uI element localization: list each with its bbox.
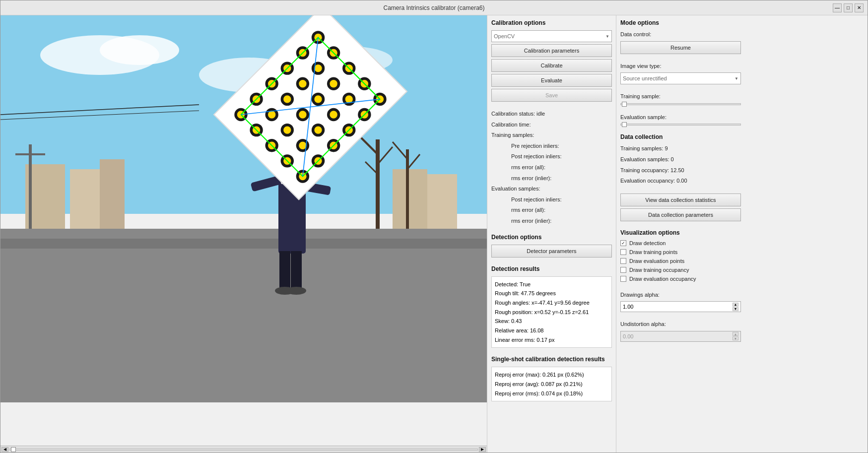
reproj-max: Reproj error (max): 0.261 px (0.62%) xyxy=(495,370,608,380)
post-rejection-inliers: Post rejection inliers: xyxy=(491,152,612,161)
draw-training-occupancy-label: Draw training occupancy xyxy=(629,267,689,273)
rough-position: Rough position: x=0.52 y=-0.15 z=2.61 xyxy=(495,308,608,317)
image-view-type-label: Image view type: xyxy=(620,62,741,71)
reproj-avg: Reproj error (avg): 0.087 px (0.21%) xyxy=(495,380,608,389)
image-panel: ◀ ▶ xyxy=(0,15,487,453)
data-collection-title: Data collection xyxy=(620,133,741,140)
draw-evaluation-occupancy-checkbox[interactable] xyxy=(620,276,626,282)
draw-evaluation-points-row: Draw evaluation points xyxy=(620,258,741,264)
eval-rms-all: rms error (all): xyxy=(491,206,612,215)
training-occupancy: Training occupancy: 12.50 xyxy=(620,166,741,175)
image-view-dropdown[interactable]: Source unrectified ▼ xyxy=(620,72,741,84)
evaluation-sample-slider-container xyxy=(620,124,741,126)
undistortion-alpha-label: Undistortion alpha: xyxy=(620,320,741,329)
close-button[interactable]: ✕ xyxy=(855,3,864,12)
undistortion-alpha-up-arrow[interactable]: ▲ xyxy=(733,332,738,336)
draw-detection-row: ✓ Draw detection xyxy=(620,240,741,246)
svg-rect-10 xyxy=(393,169,427,229)
horizontal-scrollbar[interactable]: ◀ ▶ xyxy=(0,446,487,453)
skew: Skew: 0.43 xyxy=(495,317,608,326)
detected-value: Detected: True xyxy=(495,280,608,289)
svg-point-31 xyxy=(286,287,306,295)
scroll-left-arrow[interactable]: ◀ xyxy=(1,447,8,452)
detection-results-title: Detection results xyxy=(491,265,612,272)
save-button[interactable]: Save xyxy=(491,89,612,102)
pre-rejection-inliers: Pre rejection inliers: xyxy=(491,142,612,151)
far-right-panel: Mode options Data control: Resume Image … xyxy=(616,15,745,453)
middle-panel: Calibration options OpenCV ▼ Calibration… xyxy=(487,15,616,453)
calibration-options-title: Calibration options xyxy=(491,19,612,26)
mode-options-title: Mode options xyxy=(620,19,741,26)
window-controls: — □ ✕ xyxy=(833,3,864,12)
draw-training-occupancy-checkbox[interactable] xyxy=(620,267,626,273)
draw-evaluation-occupancy-row: Draw evaluation occupancy xyxy=(620,276,741,282)
undistortion-alpha-down-arrow[interactable]: ▼ xyxy=(733,336,738,340)
rms-error-all: rms error (all): xyxy=(491,163,612,172)
single-shot-box: Reproj error (max): 0.261 px (0.62%) Rep… xyxy=(491,367,612,401)
training-sample-label: Training sample: xyxy=(620,92,741,101)
draw-detection-checkbox[interactable]: ✓ xyxy=(620,240,626,246)
draw-evaluation-points-label: Draw evaluation points xyxy=(629,258,684,264)
opencv-dropdown[interactable]: OpenCV ▼ xyxy=(491,30,612,42)
draw-training-points-label: Draw training points xyxy=(629,249,677,255)
svg-rect-29 xyxy=(291,251,302,291)
scroll-right-arrow[interactable]: ▶ xyxy=(479,447,486,452)
detection-results-box: Detected: True Rough tilt: 47.75 degrees… xyxy=(491,276,612,348)
minimize-button[interactable]: — xyxy=(833,3,842,12)
data-control-label: Data control: xyxy=(620,30,741,39)
eval-post-rejection: Post rejection inliers: xyxy=(491,195,612,204)
evaluate-button[interactable]: Evaluate xyxy=(491,74,612,87)
linear-error-rms: Linear error rms: 0.17 px xyxy=(495,335,608,345)
view-data-collection-stats-button[interactable]: View data collection statistics xyxy=(620,194,741,206)
draw-training-points-checkbox[interactable] xyxy=(620,249,626,255)
training-sample-slider[interactable] xyxy=(620,103,741,105)
calibration-status: Calibration status: idle xyxy=(491,110,612,119)
svg-rect-11 xyxy=(427,174,457,229)
detection-options-title: Detection options xyxy=(491,234,612,241)
undistortion-alpha-spinbox[interactable]: 0.00 ▲ ▼ xyxy=(620,331,741,342)
evaluation-samples-label: Evaluation samples: xyxy=(491,185,612,194)
undistortion-alpha-arrows: ▲ ▼ xyxy=(733,332,738,340)
image-view-dropdown-arrow: ▼ xyxy=(734,76,738,81)
rms-error-inlier: rms error (inlier): xyxy=(491,174,612,183)
detector-parameters-button[interactable]: Detector parameters xyxy=(491,245,612,258)
draw-evaluation-points-checkbox[interactable] xyxy=(620,258,626,264)
drawings-alpha-label: Drawings alpha: xyxy=(620,291,741,300)
calibration-time: Calibration time: xyxy=(491,121,612,129)
svg-rect-8 xyxy=(70,169,100,229)
camera-feed xyxy=(0,15,487,402)
svg-rect-5 xyxy=(0,229,487,402)
drawings-alpha-up-arrow[interactable]: ▲ xyxy=(733,303,738,307)
svg-rect-28 xyxy=(279,251,290,291)
draw-evaluation-occupancy-label: Draw evaluation occupancy xyxy=(629,276,696,282)
dropdown-arrow-icon: ▼ xyxy=(605,34,609,39)
drawings-alpha-value: 1.00 xyxy=(623,304,633,310)
relative-area: Relative area: 16.08 xyxy=(495,326,608,335)
calibrate-button[interactable]: Calibrate xyxy=(491,59,612,72)
undistortion-alpha-value: 0.00 xyxy=(623,333,633,339)
drawings-alpha-spinbox[interactable]: 1.00 ▲ ▼ xyxy=(620,301,741,312)
draw-training-points-row: Draw training points xyxy=(620,249,741,255)
rough-angles: Rough angles: x=-47.41 y=9.56 degree xyxy=(495,298,608,308)
maximize-button[interactable]: □ xyxy=(844,3,853,12)
image-wrapper xyxy=(0,15,487,446)
training-samples-count: Training samples: 9 xyxy=(620,144,741,153)
window-title: Camera Intrinsics calibrator (camera6) xyxy=(383,4,484,11)
calibration-parameters-button[interactable]: Calibration parameters xyxy=(491,44,612,57)
evaluation-occupancy: Evaluation occupancy: 0.00 xyxy=(620,177,741,186)
draw-training-occupancy-row: Draw training occupancy xyxy=(620,267,741,273)
resume-button[interactable]: Resume xyxy=(620,41,741,54)
training-sample-slider-container xyxy=(620,103,741,105)
visualization-options-title: Visualization options xyxy=(620,229,741,236)
data-collection-parameters-button[interactable]: Data collection parameters xyxy=(620,208,741,221)
svg-point-2 xyxy=(100,35,179,65)
evaluation-sample-slider[interactable] xyxy=(620,124,741,126)
draw-detection-label: Draw detection xyxy=(629,240,666,246)
main-window: Camera Intrinsics calibrator (camera6) —… xyxy=(0,0,868,453)
svg-rect-9 xyxy=(100,159,125,229)
content-area: ◀ ▶ Calibration options OpenCV ▼ Calibra… xyxy=(0,15,868,453)
drawings-alpha-down-arrow[interactable]: ▼ xyxy=(733,307,738,311)
eval-rms-inlier: rms error (inlier): xyxy=(491,217,612,226)
drawings-alpha-arrows: ▲ ▼ xyxy=(733,303,738,311)
reproj-rms: Reproj error (rms): 0.074 px (0.18%) xyxy=(495,389,608,398)
